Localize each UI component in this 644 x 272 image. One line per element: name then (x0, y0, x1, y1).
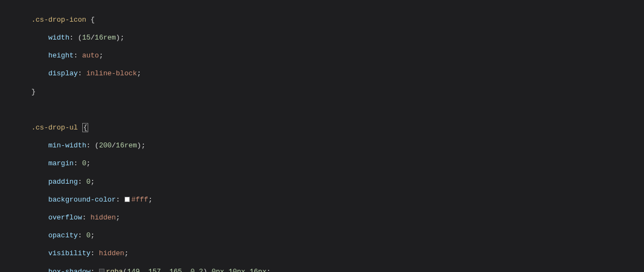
property: overflow (48, 213, 82, 222)
property: min-width (48, 141, 86, 150)
value: hidden (99, 249, 124, 257)
code-line[interactable]: width: (15/16rem); (31, 34, 644, 43)
brace-close: } (31, 88, 36, 96)
code-line[interactable]: margin: 0; (31, 159, 644, 169)
value: #fff (132, 196, 148, 204)
code-line[interactable]: .cs-drop-ul { (31, 124, 644, 133)
code-line[interactable]: height: auto; (31, 51, 644, 61)
code-line[interactable]: display: inline-block; (31, 69, 644, 79)
property: width (48, 34, 69, 42)
property: box-shadow (48, 268, 90, 272)
color-swatch-icon (99, 269, 104, 272)
blank-line[interactable] (31, 106, 644, 115)
value: inline-block (86, 69, 137, 77)
property: padding (48, 178, 78, 186)
code-line[interactable]: opacity: 0; (31, 231, 644, 241)
code-line[interactable]: padding: 0; (31, 178, 644, 187)
property: background-color (48, 196, 116, 204)
selector: .cs-drop-icon (31, 16, 86, 24)
code-editor[interactable]: .cs-drop-icon { width: (15/16rem); heigh… (31, 0, 644, 272)
brace-open: { (90, 16, 95, 24)
property: opacity (48, 231, 78, 239)
editor-gutter (0, 0, 31, 272)
property: height (48, 51, 74, 60)
code-line[interactable]: .cs-drop-icon { (31, 16, 644, 25)
property: margin (48, 159, 74, 167)
property: display (48, 69, 78, 77)
selector: .cs-drop-ul (31, 124, 78, 132)
code-line[interactable]: background-color: #fff; (31, 196, 644, 205)
brace-open-matched: { (82, 123, 89, 132)
property: visibility (48, 249, 90, 257)
code-line[interactable]: } (31, 88, 644, 97)
code-line[interactable]: box-shadow: rgba(149, 157, 165, 0.2) 0px… (31, 268, 644, 272)
value: hidden (90, 213, 116, 222)
code-line[interactable]: min-width: (200/16rem); (31, 141, 644, 151)
color-swatch-icon (124, 197, 130, 202)
code-line[interactable]: visibility: hidden; (31, 249, 644, 258)
value: auto (82, 51, 99, 60)
code-line[interactable]: overflow: hidden; (31, 213, 644, 223)
